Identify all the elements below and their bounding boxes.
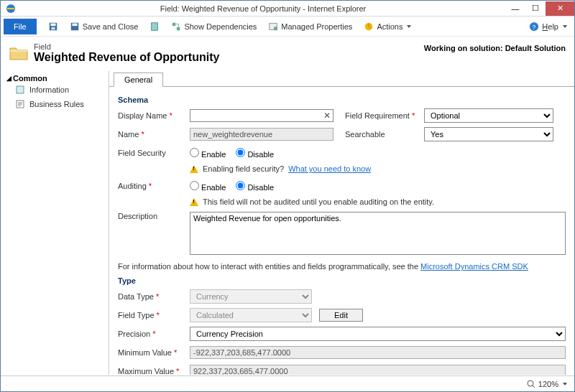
zoom-value: 120% [538, 380, 558, 388]
security-warn-text: Enabling field security? [203, 164, 284, 173]
chevron-down-icon [407, 25, 411, 28]
tab-general[interactable]: General [114, 73, 163, 87]
save-close-label: Save and Close [83, 22, 139, 31]
sdk-info: For information about how to interact wi… [118, 262, 566, 271]
entity-type-label: Field [34, 42, 219, 51]
delete-icon [150, 22, 160, 32]
dependencies-icon [171, 22, 181, 32]
min-value-label: Minimum Value [118, 348, 190, 357]
managed-properties-button[interactable]: Managed Properties [264, 20, 356, 33]
save-button[interactable] [44, 20, 63, 33]
window-titlebar: Field: Weighted Revenue of Opportunity -… [1, 1, 574, 17]
window-title: Field: Weighted Revenue of Opportunity -… [21, 4, 505, 13]
sidebar-section-label: Common [13, 74, 47, 83]
searchable-select[interactable]: Yes [424, 127, 553, 141]
auditing-enable[interactable]: Enable [190, 181, 226, 192]
help-icon: ? [529, 22, 539, 32]
actions-menu[interactable]: Actions [359, 20, 415, 33]
name-label: Name [118, 130, 190, 139]
save-and-close-button[interactable]: Save and Close [65, 20, 143, 33]
field-security-label: Field Security [118, 149, 190, 157]
sidebar-item-business-rules[interactable]: Business Rules [6, 97, 103, 111]
auditing-warning: This field will not be audited until you… [190, 197, 566, 206]
field-requirement-label: Field Requirement [345, 111, 424, 120]
field-security-enable[interactable]: Enable [190, 148, 226, 159]
clear-icon[interactable]: ✕ [323, 111, 331, 121]
minimize-button[interactable]: — [505, 1, 525, 16]
description-textarea[interactable]: Weighted Revenue for open opportunities. [190, 212, 566, 255]
auditing-label: Auditing [118, 182, 190, 190]
max-value-label: Maximum Value [118, 367, 190, 375]
folder-icon [9, 45, 28, 61]
svg-rect-7 [172, 22, 175, 25]
precision-label: Precision [118, 330, 190, 338]
actions-label: Actions [377, 22, 402, 31]
svg-rect-6 [152, 22, 158, 30]
field-requirement-select[interactable]: Optional [424, 108, 553, 123]
zoom-control[interactable]: 120% [527, 380, 567, 388]
security-warn-link[interactable]: What you need to know [288, 164, 371, 173]
svg-rect-14 [17, 86, 24, 93]
min-value-input[interactable] [190, 346, 566, 359]
toolbar: File Save and Close Show Dependencies Ma… [1, 17, 574, 37]
svg-point-16 [528, 381, 533, 386]
solution-context: Working on solution: Default Solution [424, 42, 566, 52]
svg-rect-3 [51, 27, 55, 29]
data-type-label: Data Type [118, 292, 190, 301]
name-input[interactable] [190, 128, 334, 141]
field-security-disable[interactable]: Disable [236, 148, 274, 159]
svg-rect-8 [177, 27, 180, 29]
actions-icon [364, 22, 374, 32]
file-menu[interactable]: File [4, 19, 37, 34]
svg-rect-2 [50, 23, 55, 26]
auditing-disable[interactable]: Disable [236, 181, 274, 192]
ie-icon [5, 3, 17, 14]
page-header: Field Weighted Revenue of Opportunity Wo… [1, 37, 574, 71]
help-label: Help [542, 22, 558, 31]
sidebar-item-label: Business Rules [29, 100, 84, 108]
svg-point-10 [274, 27, 277, 30]
type-heading: Type [118, 276, 566, 285]
svg-text:?: ? [533, 23, 536, 30]
main-panel: General Schema Display Name ✕ Field Requ… [109, 71, 574, 375]
status-bar: 120% [1, 375, 574, 391]
show-dep-label: Show Dependencies [184, 22, 257, 31]
svg-rect-5 [72, 23, 77, 26]
precision-select[interactable]: Currency Precision [190, 327, 566, 341]
sidebar-item-information[interactable]: Information [6, 83, 103, 97]
chevron-down-icon [563, 383, 567, 386]
schema-heading: Schema [118, 95, 566, 104]
collapse-icon: ◢ [6, 75, 12, 82]
edit-button[interactable]: Edit [319, 309, 363, 322]
rules-icon [15, 99, 25, 109]
display-name-input[interactable] [190, 109, 334, 122]
security-warning: Enabling field security? What you need t… [190, 164, 566, 173]
managed-props-label: Managed Properties [281, 22, 352, 31]
field-type-label: Field Type [118, 311, 190, 319]
help-menu[interactable]: ? Help [525, 20, 571, 33]
sidebar-item-label: Information [29, 85, 69, 94]
page-title: Weighted Revenue of Opportunity [34, 51, 219, 64]
sidebar: ◢ Common Information Business Rules [1, 71, 109, 375]
sdk-link[interactable]: Microsoft Dynamics CRM SDK [420, 262, 528, 271]
close-button[interactable]: ✕ [546, 1, 574, 16]
data-type-select: Currency [190, 289, 312, 304]
show-dependencies-button[interactable]: Show Dependencies [167, 20, 261, 33]
managed-props-icon [268, 22, 278, 32]
info-icon [15, 85, 25, 95]
description-label: Description [118, 212, 190, 220]
save-close-icon [70, 22, 80, 32]
auditing-warn-text: This field will not be audited until you… [203, 197, 434, 206]
searchable-label: Searchable [345, 130, 424, 139]
display-name-label: Display Name [118, 111, 190, 120]
warning-icon [190, 198, 198, 206]
delete-button[interactable] [145, 20, 164, 33]
max-value-input[interactable] [190, 365, 566, 375]
magnifier-icon [527, 380, 535, 388]
sidebar-section-common[interactable]: ◢ Common [6, 74, 103, 83]
warning-icon [190, 165, 198, 173]
maximize-button[interactable]: ☐ [525, 1, 546, 16]
save-icon [48, 22, 58, 32]
field-type-select: Calculated [190, 308, 312, 322]
chevron-down-icon [563, 25, 567, 28]
